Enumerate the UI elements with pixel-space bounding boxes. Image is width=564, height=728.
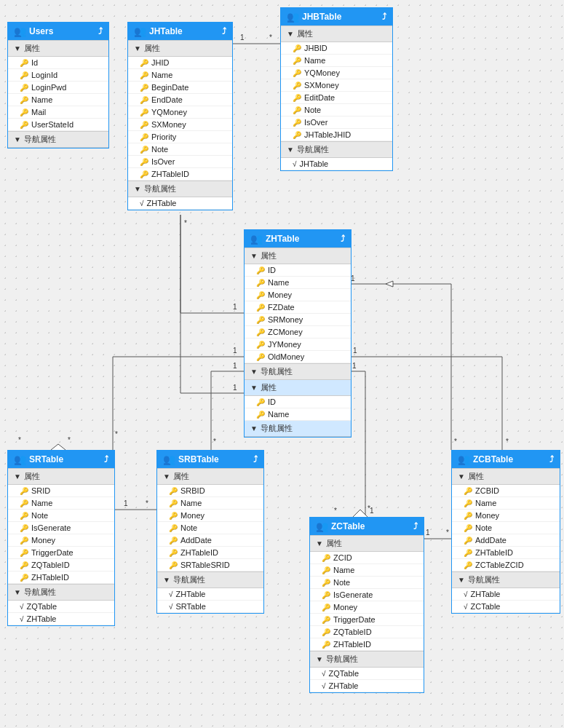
jhtable-attr-section[interactable]: ▼ 属性 bbox=[128, 40, 232, 57]
srbtable-expand-icon[interactable]: ⤴ bbox=[253, 454, 258, 464]
jhtable-field-sxmoney: 🔑 SXMoney bbox=[128, 119, 232, 131]
svg-text:*: * bbox=[454, 438, 457, 446]
zcbtable-field-zhtableid: 🔑 ZHTableID bbox=[452, 547, 560, 559]
svg-text:1: 1 bbox=[352, 362, 357, 370]
field-icon: 🔑 bbox=[464, 524, 472, 532]
srbtable-field-zhtableid: 🔑 ZHTableID bbox=[157, 547, 263, 559]
nav-icon: √ bbox=[322, 670, 326, 678]
srtable-title: SRTable bbox=[29, 454, 63, 464]
field-icon: 🔑 bbox=[256, 316, 265, 324]
zhtable-expand-icon[interactable]: ⤴ bbox=[341, 234, 345, 244]
srtable-expand-icon[interactable]: ⤴ bbox=[104, 454, 108, 464]
zcbtable-nav-zctable: √ ZCTable bbox=[452, 601, 560, 613]
field-icon: 🔑 bbox=[20, 84, 28, 92]
field-icon: 🔑 bbox=[169, 512, 178, 520]
srtable-nav-zhtable: √ ZHTable bbox=[8, 613, 114, 625]
srbtable-nav-srtable: √ SRTable bbox=[157, 601, 263, 613]
zctable-nav-section[interactable]: ▼ 导航属性 bbox=[310, 651, 424, 668]
srtable-nav-zqtable: √ ZQTable bbox=[8, 601, 114, 613]
svg-text:*: * bbox=[146, 499, 148, 507]
srbtable-attr-section[interactable]: ▼ 属性 bbox=[157, 468, 263, 485]
svg-marker-41 bbox=[386, 281, 393, 287]
srtable-field-name: 🔑 Name bbox=[8, 497, 114, 510]
zctable-attr-section[interactable]: ▼ 属性 bbox=[310, 535, 424, 552]
srbtable-field-name: 🔑 Name bbox=[157, 497, 263, 510]
field-icon: 🔑 bbox=[293, 94, 301, 102]
zctable-expand-icon[interactable]: ⤴ bbox=[413, 521, 418, 531]
srtable-attr-section[interactable]: ▼ 属性 bbox=[8, 468, 114, 485]
svg-text:1: 1 bbox=[233, 347, 237, 355]
field-icon: 🔑 bbox=[256, 353, 265, 361]
field-icon: 🔑 bbox=[20, 561, 28, 569]
field-icon: 🔑 bbox=[140, 146, 148, 154]
field-icon: 🔑 bbox=[293, 69, 301, 77]
zctable-nav-zhtable: √ ZHTable bbox=[310, 680, 424, 692]
zctable-nav-zqtable: √ ZQTable bbox=[310, 668, 424, 680]
srbtable-header: 👥 SRBTable ⤴ bbox=[157, 451, 263, 468]
zhtable-icon: 👥 bbox=[250, 233, 263, 245]
zcbtable-attr-section[interactable]: ▼ 属性 bbox=[452, 468, 560, 485]
users-nav-section[interactable]: ▼ 导航属性 bbox=[8, 131, 108, 148]
key-icon: 🔑 bbox=[322, 554, 330, 562]
zhtable-sub-nav-section[interactable]: ▼ 导航属性 bbox=[245, 421, 351, 437]
jhbtable-field-note: 🔑 Note bbox=[281, 104, 392, 116]
jhbtable-field-jhtablejhid: 🔑 JHTableJHID bbox=[281, 129, 392, 141]
zctable-field-zqtableid: 🔑 ZQTableID bbox=[310, 626, 424, 638]
zcbtable-icon: 👥 bbox=[458, 454, 470, 465]
field-icon: 🔑 bbox=[256, 304, 265, 312]
field-icon: 🔑 bbox=[256, 328, 265, 336]
users-field-loginpwd: 🔑 LoginPwd bbox=[8, 82, 108, 94]
svg-text:1: 1 bbox=[233, 362, 237, 370]
field-icon: 🔑 bbox=[169, 537, 178, 545]
users-expand-icon[interactable]: ⤴ bbox=[98, 26, 103, 36]
field-icon: 🔑 bbox=[20, 512, 28, 520]
srbtable-nav-section[interactable]: ▼ 导航属性 bbox=[157, 571, 263, 588]
field-icon: 🔑 bbox=[140, 71, 148, 79]
jhbtable-nav-section[interactable]: ▼ 导航属性 bbox=[281, 141, 392, 158]
srbtable-field-srbid: 🔑 SRBID bbox=[157, 485, 263, 497]
jhtable-field-note: 🔑 Note bbox=[128, 143, 232, 156]
zhtable-table: 👥 ZHTable ⤴ ▼ 属性 🔑 ID 🔑 Name 🔑 Money 🔑 F… bbox=[244, 229, 351, 438]
zhtable-field-jymoney: 🔑 JYMoney bbox=[245, 339, 351, 351]
zhtable-sub-id: 🔑 ID bbox=[245, 396, 351, 408]
nav-icon: √ bbox=[140, 199, 144, 207]
srbtable-icon: 👥 bbox=[163, 454, 175, 465]
zhtable-sub-attr-section[interactable]: ▼ 属性 bbox=[245, 380, 351, 396]
srtable-nav-section[interactable]: ▼ 导航属性 bbox=[8, 584, 114, 601]
users-table: 👥 Users ⤴ ▼ 属性 🔑 Id 🔑 LoginId 🔑 LoginPwd… bbox=[7, 22, 109, 149]
users-attr-section[interactable]: ▼ 属性 bbox=[8, 40, 108, 57]
nav-icon: √ bbox=[169, 603, 173, 611]
zcbtable-nav-section[interactable]: ▼ 导航属性 bbox=[452, 571, 560, 588]
jhbtable-attr-section[interactable]: ▼ 属性 bbox=[281, 25, 392, 42]
svg-text:1: 1 bbox=[426, 529, 430, 537]
zhtable-attr-section[interactable]: ▼ 属性 bbox=[245, 248, 351, 264]
users-field-loginid: 🔑 LoginId bbox=[8, 69, 108, 82]
svg-text:*: * bbox=[68, 436, 71, 444]
svg-text:1: 1 bbox=[233, 384, 237, 392]
field-icon: 🔑 bbox=[20, 108, 28, 116]
zhtable-header: 👥 ZHTable ⤴ bbox=[245, 230, 351, 248]
jhbtable-expand-icon[interactable]: ⤴ bbox=[382, 12, 386, 22]
zcbtable-expand-icon[interactable]: ⤴ bbox=[549, 454, 554, 464]
field-icon: 🔑 bbox=[293, 119, 301, 127]
jhtable-expand-icon[interactable]: ⤴ bbox=[222, 26, 226, 36]
jhbtable-nav-jhtable: √ JHTable bbox=[281, 158, 392, 170]
svg-text:*: * bbox=[269, 33, 272, 41]
field-icon: 🔑 bbox=[256, 279, 265, 287]
srtable-field-triggerdate: 🔑 TriggerDate bbox=[8, 547, 114, 559]
jhtable-nav-zhtable: √ ZHTable bbox=[128, 197, 232, 210]
zhtable-field-id: 🔑 ID bbox=[245, 264, 351, 277]
svg-text:*: * bbox=[506, 438, 509, 446]
jhbtable-table: 👥 JHBTable ⤴ ▼ 属性 🔑 JHBID 🔑 Name 🔑 YQMon… bbox=[280, 7, 393, 171]
jhtable-nav-section[interactable]: ▼ 导航属性 bbox=[128, 181, 232, 197]
jhtable-field-name: 🔑 Name bbox=[128, 69, 232, 82]
jhtable-field-yqmoney: 🔑 YQMoney bbox=[128, 106, 232, 119]
field-icon: 🔑 bbox=[140, 121, 148, 129]
zhtable-nav-section[interactable]: ▼ 导航属性 bbox=[245, 363, 351, 380]
srtable-field-zqtableid: 🔑 ZQTableID bbox=[8, 559, 114, 571]
srbtable-field-money: 🔑 Money bbox=[157, 510, 263, 522]
jhbtable-field-jhbid: 🔑 JHBID bbox=[281, 42, 392, 55]
field-icon: 🔑 bbox=[140, 133, 148, 141]
field-icon: 🔑 bbox=[293, 131, 301, 139]
zctable-icon: 👥 bbox=[316, 521, 328, 532]
